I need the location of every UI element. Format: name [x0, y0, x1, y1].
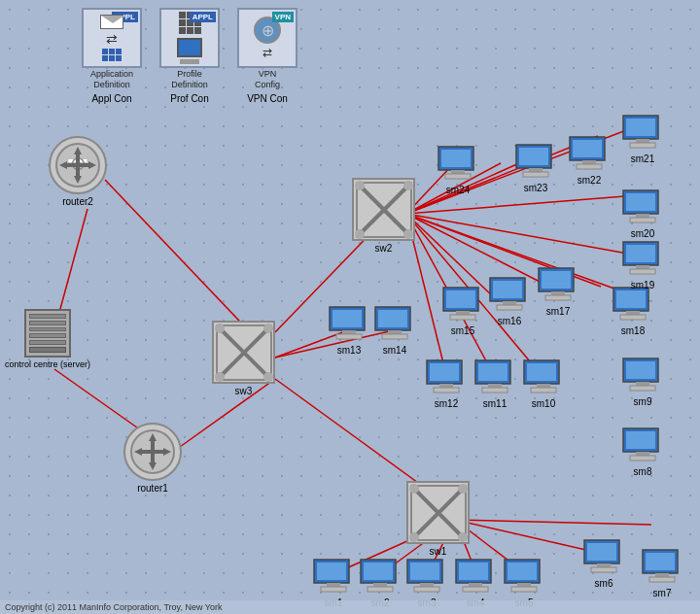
svg-line-14: [406, 214, 649, 257]
sm20-node[interactable]: sm20: [622, 189, 663, 239]
svg-rect-117: [434, 388, 459, 392]
svg-rect-128: [636, 382, 649, 386]
sm11-node[interactable]: sm11: [474, 359, 515, 409]
svg-rect-68: [342, 330, 356, 334]
router1-node[interactable]: router1: [123, 423, 182, 494]
sm8-node[interactable]: sm8: [622, 427, 663, 477]
svg-rect-71: [378, 310, 407, 327]
svg-rect-67: [332, 310, 362, 327]
svg-point-63: [458, 484, 468, 494]
server-icon: [24, 309, 71, 358]
prof-con-box[interactable]: APPL: [159, 8, 220, 68]
sm12-label: sm12: [435, 398, 458, 409]
svg-rect-159: [587, 543, 616, 561]
sw1-node[interactable]: sw1: [406, 481, 470, 557]
prof-con-tool[interactable]: APPL ProfileDefinition Prof Con: [156, 8, 224, 104]
svg-rect-103: [573, 140, 602, 157]
sm15-label: sm15: [451, 325, 474, 336]
svg-rect-113: [445, 174, 471, 179]
svg-rect-96: [636, 214, 649, 218]
svg-rect-77: [450, 315, 475, 320]
svg-rect-124: [537, 384, 550, 388]
svg-rect-73: [382, 334, 407, 339]
svg-rect-95: [626, 193, 655, 211]
svg-rect-151: [459, 563, 488, 580]
svg-rect-97: [630, 218, 655, 222]
sm6-node[interactable]: sm6: [583, 539, 624, 589]
svg-rect-101: [630, 143, 655, 148]
svg-point-44: [263, 372, 273, 382]
sm21-node[interactable]: sm21: [622, 115, 663, 164]
sm18-node[interactable]: sm18: [612, 287, 653, 336]
svg-rect-51: [142, 450, 163, 454]
appl-con-caption: Appl Con: [91, 93, 131, 104]
svg-point-43: [215, 372, 225, 382]
sm24-node[interactable]: sm24: [438, 146, 478, 195]
sm22-label: sm22: [578, 175, 601, 186]
sm17-node[interactable]: sm17: [538, 267, 578, 317]
vpn-con-tool[interactable]: VPN ⊕ ⇄ VPNConfig VPN Con: [233, 8, 301, 104]
svg-rect-125: [531, 388, 556, 392]
svg-rect-81: [497, 305, 522, 310]
prof-con-title: ProfileDefinition: [171, 69, 208, 90]
sm23-node[interactable]: sm23: [515, 144, 556, 193]
sm14-node[interactable]: sm14: [374, 306, 415, 356]
svg-rect-85: [545, 295, 571, 300]
sm19-node[interactable]: sm19: [622, 241, 663, 290]
svg-rect-147: [410, 563, 439, 580]
sw2-node[interactable]: sw2: [352, 178, 415, 254]
svg-rect-121: [482, 388, 508, 392]
svg-point-64: [409, 532, 419, 542]
sm12-node[interactable]: sm12: [426, 359, 467, 409]
sm18-label: sm18: [621, 325, 645, 336]
sw1-label: sw1: [430, 546, 447, 557]
vpn-con-box[interactable]: VPN ⊕ ⇄: [237, 8, 298, 68]
appl-con-box[interactable]: APPL ⇄: [82, 8, 142, 68]
svg-line-17: [406, 214, 549, 287]
sm16-label: sm16: [498, 316, 521, 326]
svg-rect-93: [630, 269, 655, 274]
router2-node[interactable]: ✛ ⊕ router2: [49, 136, 107, 207]
appl-con-tool[interactable]: APPL ⇄: [78, 8, 146, 104]
svg-rect-149: [414, 587, 439, 592]
sm6-label: sm6: [595, 578, 613, 589]
svg-rect-160: [597, 563, 611, 567]
sm22-node[interactable]: sm22: [569, 136, 610, 186]
svg-rect-161: [591, 567, 616, 572]
svg-point-56: [403, 181, 413, 190]
sm21-label: sm21: [631, 154, 654, 164]
svg-rect-123: [527, 363, 556, 381]
server-label: control centre (server): [5, 359, 90, 369]
server-node[interactable]: control centre (server): [5, 309, 90, 369]
svg-rect-131: [626, 431, 655, 449]
toolbar: APPL ⇄: [78, 8, 301, 104]
sw2-icon: [352, 178, 415, 241]
svg-rect-69: [336, 334, 362, 339]
sm10-node[interactable]: sm10: [523, 359, 564, 409]
sm15-node[interactable]: sm15: [442, 287, 483, 336]
svg-rect-132: [636, 452, 649, 456]
svg-rect-75: [446, 290, 475, 308]
svg-rect-157: [511, 587, 537, 592]
sm19-label: sm19: [631, 280, 654, 290]
sw3-node[interactable]: sw3: [212, 321, 275, 396]
sm16-node[interactable]: sm16: [489, 277, 530, 326]
copyright-text: Copyright (c) 2011 ManInfo Corporation, …: [5, 602, 222, 612]
router1-label: router1: [137, 483, 168, 494]
router2-icon: ✛ ⊕: [49, 136, 107, 194]
sm9-node[interactable]: sm9: [622, 358, 663, 407]
svg-point-55: [355, 181, 365, 190]
svg-rect-112: [451, 170, 465, 174]
sm7-node[interactable]: sm7: [642, 549, 682, 598]
sm13-node[interactable]: sm13: [329, 306, 369, 356]
sm13-label: sm13: [337, 345, 361, 356]
svg-point-57: [355, 229, 365, 239]
svg-rect-127: [626, 361, 655, 379]
svg-rect-89: [620, 315, 646, 320]
svg-rect-155: [508, 563, 537, 580]
svg-point-42: [263, 324, 273, 333]
sw3-label: sw3: [235, 386, 253, 396]
svg-rect-108: [529, 168, 542, 172]
svg-rect-104: [582, 160, 596, 164]
svg-rect-76: [456, 311, 470, 315]
